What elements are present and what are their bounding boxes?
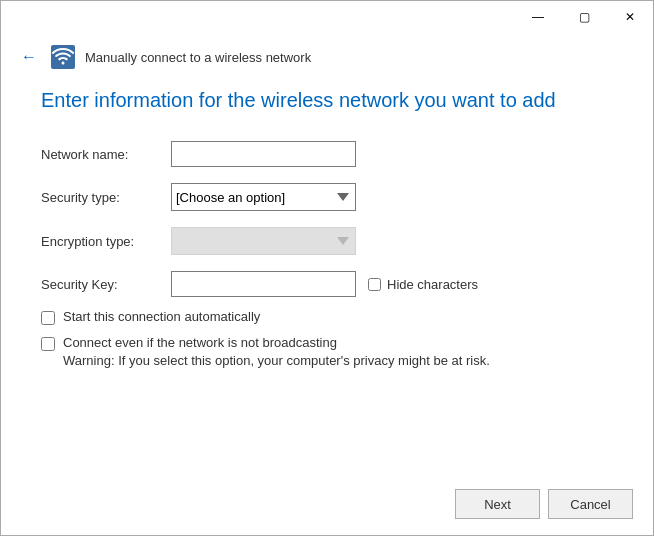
encryption-type-wrapper [171, 227, 356, 255]
security-type-label: Security type: [41, 190, 171, 205]
encryption-type-label: Encryption type: [41, 234, 171, 249]
minimize-button[interactable]: — [515, 1, 561, 33]
security-type-wrapper: [Choose an option] No authentication (Op… [171, 183, 356, 211]
footer: Next Cancel [1, 479, 653, 535]
security-key-row: Security Key: Hide characters [41, 271, 613, 297]
dialog-window: — ▢ ✕ ← Manually connect to a wireless n… [0, 0, 654, 536]
security-type-select[interactable]: [Choose an option] No authentication (Op… [171, 183, 356, 211]
auto-connect-label: Start this connection automatically [63, 309, 260, 324]
encryption-type-row: Encryption type: [41, 227, 613, 255]
network-name-input[interactable] [171, 141, 356, 167]
broadcast-label: Connect even if the network is not broad… [63, 335, 337, 350]
page-title: Enter information for the wireless netwo… [41, 87, 613, 113]
page-header: ← Manually connect to a wireless network [1, 33, 653, 77]
next-button[interactable]: Next [455, 489, 540, 519]
header-title: Manually connect to a wireless network [85, 50, 311, 65]
security-key-input[interactable] [171, 271, 356, 297]
network-name-label: Network name: [41, 147, 171, 162]
back-button[interactable]: ← [21, 48, 37, 66]
hide-characters-checkbox[interactable] [368, 278, 381, 291]
close-button[interactable]: ✕ [607, 1, 653, 33]
auto-connect-row: Start this connection automatically [41, 309, 613, 325]
security-key-controls: Hide characters [171, 271, 478, 297]
security-type-row: Security type: [Choose an option] No aut… [41, 183, 613, 211]
wifi-icon [51, 45, 75, 69]
encryption-type-select[interactable] [171, 227, 356, 255]
maximize-button[interactable]: ▢ [561, 1, 607, 33]
security-key-label: Security Key: [41, 277, 171, 292]
form-section: Network name: Security type: [Choose an … [41, 141, 613, 297]
title-bar-controls: — ▢ ✕ [515, 1, 653, 33]
hide-characters-row: Hide characters [368, 277, 478, 292]
main-content: Enter information for the wireless netwo… [1, 77, 653, 479]
warning-text: Warning: If you select this option, your… [63, 353, 613, 368]
broadcast-checkbox[interactable] [41, 337, 55, 351]
hide-characters-label: Hide characters [387, 277, 478, 292]
checkbox-group: Start this connection automatically Conn… [41, 309, 613, 368]
broadcast-row: Connect even if the network is not broad… [41, 335, 613, 351]
network-name-row: Network name: [41, 141, 613, 167]
broadcast-group: Connect even if the network is not broad… [41, 335, 613, 368]
cancel-button[interactable]: Cancel [548, 489, 633, 519]
title-bar: — ▢ ✕ [1, 1, 653, 33]
auto-connect-checkbox[interactable] [41, 311, 55, 325]
